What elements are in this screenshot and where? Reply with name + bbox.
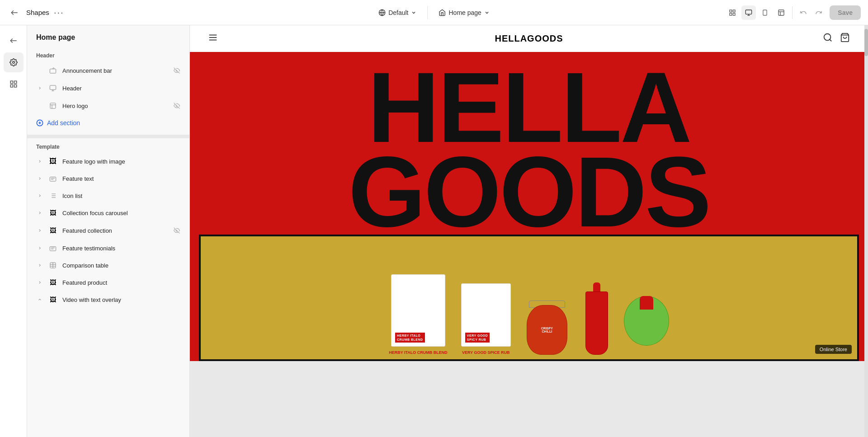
add-section-button[interactable]: Add section (27, 115, 189, 131)
sidebar-item-feature-text[interactable]: Feature text (27, 170, 189, 187)
svg-rect-3 (733, 10, 736, 12)
collection-carousel-icon: 🖼 (48, 208, 58, 218)
chevron-icon-9 (36, 262, 43, 269)
template-section-group: Template 🖼 Feature logo with image (27, 138, 189, 312)
online-store-badge: Online Store (815, 345, 852, 354)
chevron-icon-4 (36, 175, 43, 182)
sidebar-item-video-overlay[interactable]: 🖼 Video with text overlay (27, 291, 189, 308)
sidebar-item-icon-list[interactable]: Icon list (27, 187, 189, 204)
redo-button[interactable] (811, 5, 826, 20)
sidebar-item-hero-logo[interactable]: Hero logo (27, 97, 189, 115)
chevron-right-icon (36, 85, 43, 92)
store-header-right (823, 33, 850, 45)
undo-button[interactable] (796, 5, 811, 20)
chevron-icon-8 (36, 244, 43, 252)
testimonials-label: Feature testimonials (62, 245, 182, 252)
topbar-divider (427, 6, 428, 19)
sidebar-item-announcement-bar[interactable]: Announcement bar (27, 61, 189, 80)
featured-collection-label: Featured collection (62, 227, 167, 234)
sidebar-item-comparison-table[interactable]: Comparison table (27, 257, 189, 274)
topbar-center: Default Home page (375, 6, 493, 19)
preview-area: HELLAGOODS HELLA GOODS (190, 25, 868, 437)
eye-off-icon-3[interactable] (171, 225, 182, 236)
feature-logo-icon: 🖼 (48, 156, 58, 166)
back-button[interactable] (7, 5, 22, 20)
svg-rect-18 (14, 85, 16, 87)
chevron-icon-6 (36, 209, 43, 216)
featured-product-label: Featured product (62, 279, 182, 286)
header-group-label: Header (27, 47, 189, 61)
chevron-icon-2 (36, 102, 43, 109)
eye-off-icon-2[interactable] (171, 100, 182, 111)
product-red-bottle (583, 282, 610, 359)
topbar: Shapes ··· Default Home page (0, 0, 868, 25)
store-search-icon[interactable] (823, 33, 833, 45)
page-selector[interactable]: Home page (435, 7, 493, 18)
page-label: Home page (448, 9, 481, 16)
video-overlay-icon: 🖼 (48, 295, 58, 305)
grid-view-btn[interactable] (725, 5, 740, 20)
sidebar-item-feature-logo[interactable]: 🖼 Feature logo with image (27, 153, 189, 170)
sidebar-item-testimonials[interactable]: Feature testimonials (27, 240, 189, 257)
app-title: Shapes (26, 9, 49, 16)
chevron-icon-3 (36, 158, 43, 165)
template-group-label: Template (27, 138, 189, 153)
hero-logo-icon (48, 101, 58, 111)
main-layout: Home page Header Announcement bar (0, 25, 868, 437)
chevron-icon-7 (36, 227, 43, 234)
app-menu-dots[interactable]: ··· (54, 7, 64, 18)
preview-frame: HELLAGOODS HELLA GOODS (190, 25, 868, 437)
view-buttons (725, 5, 788, 20)
svg-rect-41 (50, 247, 56, 251)
preview-scrollbar[interactable] (864, 25, 868, 437)
product-showcase-row: HERBY ITALOCRUMB BLEND HERBY ITALO CRUMB… (199, 235, 859, 361)
product-spicy-label: VERY GOOD SPICE RUB (462, 350, 510, 355)
feature-text-icon (48, 174, 58, 183)
sidebar-item-collection-carousel[interactable]: 🖼 Collection focus carousel (27, 204, 189, 221)
sidebar-back-btn[interactable] (4, 31, 24, 51)
sidebar-apps-btn[interactable] (4, 74, 24, 94)
hero-text-goods: GOODS (190, 150, 868, 235)
product-green-bottle (624, 296, 669, 359)
svg-rect-31 (50, 177, 56, 181)
chevron-icon-11 (36, 296, 43, 303)
product-jar: CRISPYCHILLI (524, 301, 570, 359)
product-herby-label: HERBY ITALO CRUMB BLEND (389, 350, 448, 355)
theme-selector[interactable]: Default (375, 7, 420, 18)
topbar-right: Save (725, 5, 861, 20)
sidebar-item-header[interactable]: Header (27, 80, 189, 97)
preview-scrollbar-thumb (864, 29, 868, 56)
svg-rect-19 (50, 69, 56, 73)
mobile-view-btn[interactable] (758, 5, 772, 20)
comparison-table-label: Comparison table (62, 262, 182, 269)
save-button[interactable]: Save (830, 5, 861, 20)
eye-off-icon[interactable] (171, 65, 182, 76)
theme-label: Default (388, 9, 408, 16)
preview-content: HELLAGOODS HELLA GOODS (190, 25, 868, 437)
panel-scroll[interactable]: Header Announcement bar (27, 47, 189, 437)
hero-text-hella: HELLA (190, 56, 868, 150)
hamburger-icon[interactable] (208, 33, 218, 45)
svg-rect-4 (730, 13, 732, 15)
announcement-bar-label: Announcement bar (62, 67, 167, 74)
svg-point-14 (12, 61, 14, 64)
svg-rect-5 (733, 13, 736, 15)
sidebar-item-featured-collection[interactable]: 🖼 Featured collection (27, 221, 189, 240)
header-label: Header (62, 85, 182, 92)
svg-rect-21 (50, 85, 56, 89)
header-section-group: Header Announcement bar (27, 47, 189, 135)
hero-logo-label: Hero logo (62, 103, 167, 109)
svg-rect-17 (10, 85, 13, 87)
store-logo: HELLAGOODS (495, 33, 563, 44)
desktop-view-btn[interactable] (741, 5, 756, 20)
layout-view-btn[interactable] (774, 5, 788, 20)
svg-rect-15 (10, 81, 13, 83)
testimonials-icon (48, 243, 58, 253)
panel-header: Home page (27, 25, 189, 47)
icon-sidebar (0, 25, 27, 437)
store-bag-icon[interactable] (840, 33, 850, 45)
sidebar-settings-btn[interactable] (4, 52, 24, 72)
svg-line-52 (830, 39, 831, 41)
undo-redo-group (796, 5, 826, 20)
sidebar-item-featured-product[interactable]: 🖼 Featured product (27, 274, 189, 291)
